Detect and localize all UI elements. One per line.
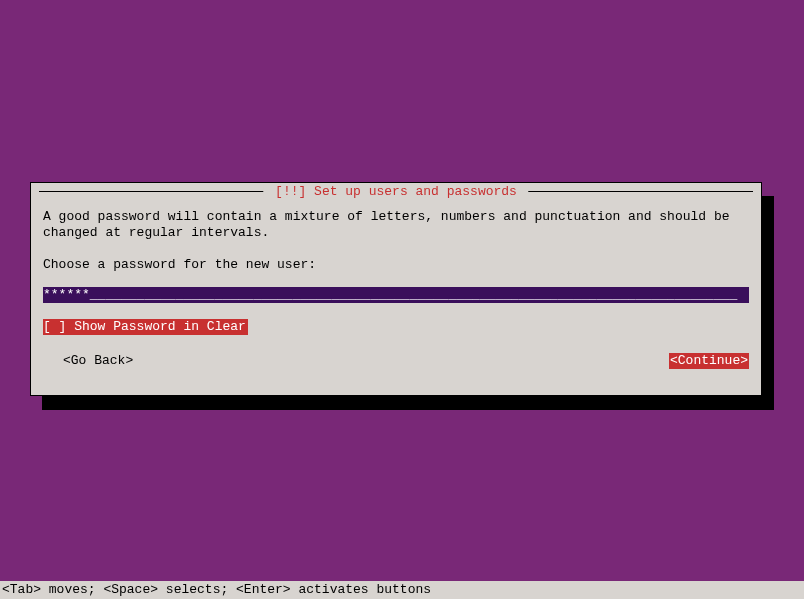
input-fill: ________________________________________… (90, 287, 738, 302)
go-back-button[interactable]: <Go Back> (43, 353, 133, 369)
status-bar: <Tab> moves; <Space> selects; <Enter> ac… (0, 581, 804, 599)
dialog-description: A good password will contain a mixture o… (43, 209, 749, 241)
dialog-title: [!!] Set up users and passwords (263, 184, 528, 199)
password-input[interactable]: ******__________________________________… (43, 287, 749, 303)
password-prompt: Choose a password for the new user: (43, 257, 749, 273)
continue-button[interactable]: <Continue> (669, 353, 749, 369)
dialog: [!!] Set up users and passwords A good p… (30, 182, 762, 396)
show-password-checkbox[interactable]: [ ] Show Password in Clear (43, 319, 248, 335)
